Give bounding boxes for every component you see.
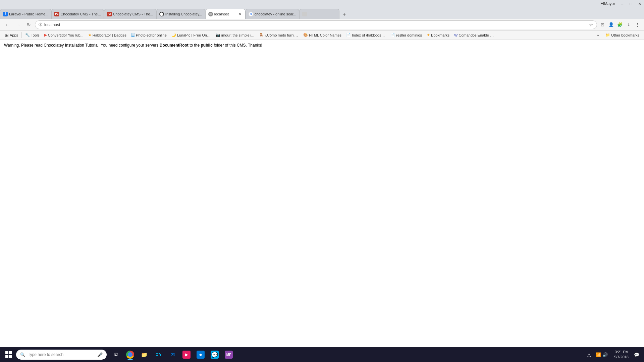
taskbar-search-icon: 🔍 bbox=[20, 352, 25, 357]
bookmark-label-bm10: resller dominios bbox=[396, 33, 422, 37]
title-bar-user: ElMayor bbox=[600, 1, 615, 6]
favicon-tab6: G bbox=[249, 12, 253, 16]
taskbar-network-icon[interactable]: 📶 bbox=[596, 352, 601, 357]
taskbar-app-tb-store[interactable]: 🛍 bbox=[152, 348, 165, 361]
download-icon[interactable]: ⤓ bbox=[625, 21, 633, 29]
bookmark-label-bm8: HTML Color Names bbox=[309, 33, 341, 37]
tab-title-tab2: Chocolatey CMS - The... bbox=[60, 12, 101, 16]
nav-bar: ← → ↻ ⓘ ☆ ⊡ 👤 🧩 ⤓ ⋮ bbox=[0, 19, 644, 31]
taskbar-app-icon-tb-task-view: ⧉ bbox=[112, 351, 120, 359]
taskbar-app-tb-chrome[interactable] bbox=[123, 348, 137, 361]
taskbar-app-tb-skype[interactable]: 💬 bbox=[208, 348, 221, 361]
bookmark-label-bm7: ¿Cómo meto furnis... bbox=[265, 33, 299, 37]
tab-tab5[interactable]: localhost✕ bbox=[205, 9, 246, 19]
bookmark-icon-bm1: 🔧 bbox=[25, 33, 30, 37]
tab-tab1[interactable]: fLaravel - Public Home... bbox=[0, 9, 51, 19]
bookmark-label-bm11: Bookmarks bbox=[431, 33, 449, 37]
bookmarks-apps-item[interactable]: ⊞ Apps bbox=[3, 32, 20, 39]
minimize-button[interactable]: – bbox=[618, 0, 627, 7]
taskbar-app-tb-app8[interactable]: MF bbox=[222, 348, 235, 361]
new-tab-button[interactable]: + bbox=[339, 10, 349, 19]
bookmark-icon-bm5: 🌙 bbox=[171, 33, 176, 37]
tab-title-tab5: localhost bbox=[214, 12, 236, 16]
tab-tab3[interactable]: PZChocolatey CMS - The... bbox=[104, 9, 156, 19]
taskbar-search-input[interactable] bbox=[28, 352, 95, 357]
tab-title-tab6: chocolatey - online sear... bbox=[255, 12, 297, 16]
bookmark-item-bm7[interactable]: 🪑¿Cómo meto furnis... bbox=[257, 32, 301, 38]
taskbar-notification-icon[interactable]: 💬 bbox=[632, 349, 641, 361]
taskbar-clock-time: 3:21 PM bbox=[615, 350, 629, 355]
favicon-tab1: f bbox=[3, 12, 8, 16]
maximize-button[interactable]: □ bbox=[627, 0, 635, 7]
taskbar-app-icon-tb-app8: MF bbox=[225, 351, 233, 359]
bookmark-item-bm6[interactable]: 📷imgur: the simple i... bbox=[214, 32, 256, 38]
bookmark-icon-bm12: W bbox=[454, 33, 458, 37]
taskbar-app-tb-app5[interactable]: ▶ bbox=[180, 348, 193, 361]
taskbar-mic-icon[interactable]: 🎤 bbox=[97, 352, 103, 357]
back-button[interactable]: ← bbox=[3, 20, 12, 29]
taskbar-search-bar: 🔍 🎤 bbox=[16, 350, 107, 360]
taskbar-app-icon-tb-explorer: 📁 bbox=[140, 351, 148, 359]
page-content: Warning. Please read Chocolatey Installa… bbox=[0, 40, 644, 347]
forward-button[interactable]: → bbox=[13, 20, 23, 29]
tab-tab4[interactable]: ⬤Installing Chocolatey... bbox=[156, 9, 205, 19]
bookmark-label-bm1: Tools bbox=[31, 33, 40, 37]
user-profile-icon[interactable]: 👤 bbox=[607, 21, 615, 29]
taskbar-app-tb-explorer[interactable]: 📁 bbox=[138, 348, 151, 361]
taskbar-clock[interactable]: 3:21 PM 5/7/2018 bbox=[610, 350, 630, 360]
close-button[interactable]: ✕ bbox=[635, 0, 644, 7]
settings-menu-button[interactable]: ⋮ bbox=[633, 21, 641, 29]
bookmark-label-bm5: LunaPic | Free Onlin... bbox=[177, 33, 211, 37]
bookmark-star-icon[interactable]: ☆ bbox=[589, 22, 593, 27]
bookmark-item-bm2[interactable]: ▶Convertidor YouTub... bbox=[42, 32, 86, 38]
address-input[interactable] bbox=[44, 22, 587, 27]
taskbar-app-icon-tb-chrome bbox=[126, 351, 134, 359]
chrome-cast-icon[interactable]: ⊡ bbox=[598, 21, 606, 29]
bm-separator-2 bbox=[602, 32, 602, 38]
warning-text: Warning. Please read Chocolatey Installa… bbox=[4, 42, 640, 48]
bookmark-icon-bm9: 📄 bbox=[346, 33, 351, 37]
bookmark-label-bm12: Comandos Enable H... bbox=[459, 33, 494, 37]
tab-bar: fLaravel - Public Home...PZChocolatey CM… bbox=[0, 7, 644, 19]
bookmark-item-bm9[interactable]: 📄Index of /habboosw... bbox=[344, 32, 388, 38]
title-bar-controls: – □ ✕ bbox=[618, 0, 644, 7]
other-bookmarks-label: Other bookmarks bbox=[611, 33, 639, 37]
favicon-tab2: PZ bbox=[54, 12, 59, 16]
tab-close-tab5[interactable]: ✕ bbox=[237, 11, 243, 17]
start-button[interactable] bbox=[3, 349, 15, 361]
extensions-icon[interactable]: 🧩 bbox=[616, 21, 624, 29]
reload-button[interactable]: ↻ bbox=[24, 20, 34, 29]
favicon-tab7 bbox=[302, 12, 307, 16]
tab-tab6[interactable]: Gchocolatey - online sear... bbox=[246, 9, 300, 19]
bookmark-icon-bm11: ★ bbox=[427, 33, 430, 37]
taskbar-clock-date: 5/7/2018 bbox=[614, 355, 629, 360]
tab-title-tab4: Installing Chocolatey... bbox=[165, 12, 202, 16]
bookmark-item-bm5[interactable]: 🌙LunaPic | Free Onlin... bbox=[169, 32, 213, 38]
taskbar-app-tb-app6[interactable]: ● bbox=[194, 348, 207, 361]
nav-right-icons: ⊡ 👤 🧩 ⤓ ⋮ bbox=[598, 21, 641, 29]
bookmarks-items-container: 🔧Tools▶Convertidor YouTub...★Habborator … bbox=[23, 32, 595, 38]
tab-title-tab3: Chocolatey CMS - The... bbox=[113, 12, 153, 16]
taskbar-app-icon-tb-app5: ▶ bbox=[182, 351, 191, 359]
bookmark-item-bm11[interactable]: ★Bookmarks bbox=[425, 32, 451, 38]
taskbar-app-tb-task-view[interactable]: ⧉ bbox=[109, 348, 123, 361]
bookmark-icon-bm7: 🪑 bbox=[259, 33, 264, 37]
taskbar-apps: ⧉📁🛍✉▶●💬MF bbox=[109, 348, 235, 361]
favicon-tab3: PZ bbox=[107, 12, 112, 16]
bookmark-label-bm2: Convertidor YouTub... bbox=[48, 33, 84, 37]
bookmark-item-bm8[interactable]: 🎨HTML Color Names bbox=[301, 32, 343, 38]
taskbar-volume-icon[interactable]: 🔊 bbox=[602, 352, 608, 357]
bookmark-item-bm12[interactable]: WComandos Enable H... bbox=[452, 33, 496, 38]
taskbar-app-tb-mail[interactable]: ✉ bbox=[166, 348, 179, 361]
bookmark-item-bm1[interactable]: 🔧Tools bbox=[23, 32, 42, 38]
tab-tab2[interactable]: PZChocolatey CMS - The... bbox=[51, 9, 104, 19]
title-bar: ElMayor – □ ✕ bbox=[0, 0, 644, 7]
bookmark-item-bm4[interactable]: 🖼Photo editor online bbox=[129, 33, 169, 38]
taskbar-notify-icon[interactable]: △ bbox=[584, 349, 594, 361]
bookmark-icon-bm2: ▶ bbox=[44, 33, 47, 37]
other-bookmarks-item[interactable]: 📁 Other bookmarks bbox=[603, 32, 641, 38]
bookmarks-more-button[interactable]: » bbox=[596, 33, 600, 38]
tab-tab7[interactable] bbox=[299, 9, 339, 19]
bookmark-item-bm10[interactable]: 📄resller dominios bbox=[388, 32, 424, 38]
bookmark-item-bm3[interactable]: ★Habborator | Badges bbox=[86, 32, 128, 38]
